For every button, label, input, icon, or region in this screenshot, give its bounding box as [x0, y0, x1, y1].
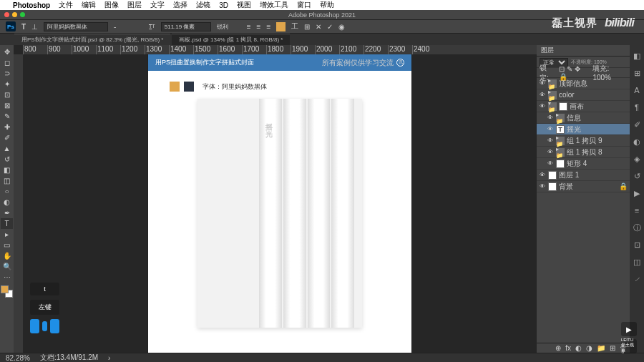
- blur-tool-icon[interactable]: ○: [1, 186, 13, 197]
- layer-row[interactable]: 👁图层 1: [537, 170, 630, 181]
- menu-file[interactable]: 文件: [59, 0, 73, 10]
- menu-plugins[interactable]: 增效工具: [260, 0, 288, 10]
- visibility-icon[interactable]: 👁: [539, 80, 546, 87]
- menu-select[interactable]: 选择: [173, 0, 187, 10]
- menu-view[interactable]: 视图: [237, 0, 251, 10]
- tab-doc-1[interactable]: 用PS制作文字拼贴式封面.psd @ 82.3% (摇光, RGB/8) *: [14, 34, 170, 45]
- channels-panel-icon[interactable]: ◫: [632, 257, 642, 267]
- color-panel-icon[interactable]: ◧: [632, 51, 642, 61]
- orient-icon[interactable]: ⊥: [31, 23, 38, 31]
- info-panel-icon[interactable]: ⓘ: [632, 222, 642, 233]
- align-center-icon[interactable]: ≡: [257, 23, 261, 31]
- visibility-icon[interactable]: 👁: [547, 149, 554, 155]
- eraser-tool-icon[interactable]: ◧: [1, 165, 13, 175]
- close-icon[interactable]: [4, 12, 9, 17]
- ps-home-icon[interactable]: Ps: [6, 21, 16, 31]
- brush-tool-icon[interactable]: ✐: [1, 132, 13, 143]
- commit-icon[interactable]: ✓: [327, 23, 333, 31]
- brush-panel-icon[interactable]: ✐: [632, 119, 642, 129]
- layer-row[interactable]: 👁矩形 4: [537, 158, 630, 170]
- move-tool-icon[interactable]: ✥: [1, 47, 13, 57]
- cancel-icon[interactable]: ✕: [316, 23, 321, 31]
- adjust-panel-icon[interactable]: ◐: [632, 137, 642, 147]
- menu-type[interactable]: 文字: [150, 0, 165, 10]
- char-panel-icon[interactable]: A: [632, 85, 642, 95]
- swatches-panel-icon[interactable]: ⊞: [632, 68, 642, 78]
- layer-row[interactable]: 👁▾📁画布: [537, 101, 630, 112]
- gradient-tool-icon[interactable]: ◫: [1, 175, 13, 186]
- layer-row[interactable]: 👁▸📁组 1 拷贝 9: [537, 135, 630, 147]
- edit-toolbar-icon[interactable]: ⋯: [1, 272, 13, 283]
- path-select-icon[interactable]: ▸: [1, 229, 13, 240]
- mask-icon[interactable]: ◐: [575, 344, 582, 352]
- actions-panel-icon[interactable]: ▶: [632, 188, 642, 198]
- visibility-icon[interactable]: 👁: [547, 126, 554, 132]
- zoom-level[interactable]: 82.28%: [6, 354, 30, 362]
- aa-label[interactable]: 锐利: [217, 23, 228, 31]
- history-panel-icon[interactable]: ↺: [632, 171, 642, 181]
- wand-tool-icon[interactable]: ✦: [1, 79, 13, 89]
- dodge-tool-icon[interactable]: ◐: [1, 197, 13, 207]
- char-panel-icon[interactable]: ⊞: [304, 23, 310, 31]
- stamp-tool-icon[interactable]: ▲: [1, 143, 13, 154]
- styles-panel-icon[interactable]: ◈: [632, 154, 642, 164]
- type-tool-icon[interactable]: T: [21, 23, 26, 31]
- visibility-icon[interactable]: 👁: [539, 183, 546, 190]
- layer-row[interactable]: 👁背景🔒: [537, 181, 630, 192]
- layer-row[interactable]: 👁T摇光: [537, 124, 630, 135]
- canvas-area[interactable]: 8009001000110012001300140015001600170018…: [14, 45, 537, 353]
- layer-row[interactable]: 👁▸📁组 1 拷贝 8: [537, 147, 630, 158]
- font-size-input[interactable]: [161, 22, 211, 31]
- panel-tab-layers[interactable]: 图层: [537, 45, 630, 57]
- font-family-input[interactable]: [44, 22, 108, 31]
- new-layer-icon[interactable]: ⊞: [610, 344, 615, 352]
- minimize-icon[interactable]: [12, 12, 17, 17]
- fg-color-swatch[interactable]: [1, 285, 9, 293]
- menu-3d[interactable]: 3D: [219, 1, 228, 9]
- visibility-icon[interactable]: 👁: [539, 103, 546, 109]
- text-color-swatch[interactable]: [276, 22, 286, 31]
- visibility-icon[interactable]: 👁: [547, 137, 554, 144]
- author-badge[interactable]: LEITU磊土视界: [621, 339, 637, 353]
- tt-icon[interactable]: T̲T: [149, 24, 155, 29]
- visibility-icon[interactable]: 👁: [539, 92, 546, 98]
- shape-tool-icon[interactable]: ▭: [1, 240, 13, 250]
- menu-filter[interactable]: 滤镜: [196, 0, 210, 10]
- menu-help[interactable]: 帮助: [320, 0, 334, 10]
- layer-row[interactable]: 👁▸📁信息: [537, 112, 630, 124]
- visibility-icon[interactable]: 👁: [539, 172, 546, 178]
- align-right-icon[interactable]: ≡: [266, 23, 270, 31]
- group-icon[interactable]: 📁: [597, 344, 605, 352]
- warp-icon[interactable]: 工: [291, 21, 298, 31]
- props-panel-icon[interactable]: ≡: [632, 205, 642, 215]
- lasso-tool-icon[interactable]: ⊃: [1, 68, 13, 79]
- history-brush-icon[interactable]: ↺: [1, 154, 13, 165]
- align-left-icon[interactable]: ≡: [247, 23, 251, 31]
- chevron-right-icon[interactable]: ›: [108, 354, 110, 362]
- visibility-icon[interactable]: 👁: [547, 160, 554, 167]
- heal-tool-icon[interactable]: ✚: [1, 122, 13, 132]
- menu-window[interactable]: 窗口: [297, 0, 311, 10]
- color-swatches[interactable]: [1, 285, 13, 298]
- adjust-icon[interactable]: ◑: [586, 344, 592, 352]
- marquee-tool-icon[interactable]: ◻: [1, 57, 13, 68]
- doc-size[interactable]: 文档:13.4M/91.2M: [40, 353, 98, 362]
- hand-tool-icon[interactable]: ✋: [1, 250, 13, 261]
- crop-tool-icon[interactable]: ⊡: [1, 89, 13, 100]
- poster-text[interactable]: 摇 光: [265, 124, 273, 137]
- frame-tool-icon[interactable]: ⊠: [1, 100, 13, 111]
- para-panel-icon[interactable]: ¶: [632, 102, 642, 112]
- 3d-icon[interactable]: ◉: [338, 23, 345, 31]
- menu-edit[interactable]: 编辑: [82, 0, 96, 10]
- fx-icon[interactable]: fx: [565, 344, 571, 352]
- mac-appname[interactable]: Photoshop: [13, 1, 50, 9]
- type-tool-icon[interactable]: T: [1, 218, 13, 229]
- pen-tool-icon[interactable]: ✒: [1, 207, 13, 218]
- visibility-icon[interactable]: 👁: [547, 114, 554, 121]
- menu-image[interactable]: 图像: [104, 0, 119, 10]
- maximize-icon[interactable]: [20, 12, 25, 17]
- zoom-tool-icon[interactable]: 🔍: [1, 261, 13, 272]
- eyedropper-tool-icon[interactable]: ✎: [1, 111, 13, 122]
- layer-list[interactable]: 👁▸📁顶部信息 👁▸📁color 👁▾📁画布 👁▸📁信息 👁T摇光 👁▸📁组 1…: [537, 78, 630, 343]
- menu-layer[interactable]: 图层: [127, 0, 142, 10]
